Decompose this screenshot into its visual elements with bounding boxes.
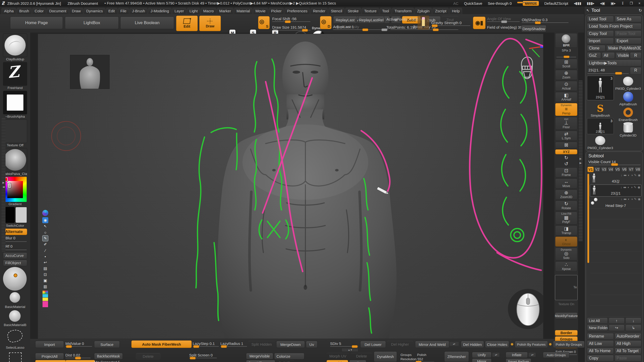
- left-tray-toggle-icon[interactable]: ◂▮▮▮: [574, 1, 581, 5]
- subtool-tab[interactable]: V4: [608, 167, 614, 172]
- polish-groups-dot[interactable]: [549, 343, 552, 346]
- menu-item[interactable]: Transform: [392, 8, 414, 14]
- r-button-2[interactable]: R: [630, 67, 641, 75]
- draw-size-slider[interactable]: Draw Size 191.5874: [272, 25, 310, 30]
- list-all-button[interactable]: List All: [587, 318, 608, 324]
- menu-item[interactable]: Dynamics: [84, 8, 105, 14]
- menu-item[interactable]: Macro: [201, 8, 216, 14]
- dist-slider[interactable]: Dist 0.02: [65, 353, 91, 358]
- inflate-button[interactable]: Inflate: [506, 352, 528, 358]
- yellow-swatch[interactable]: [43, 298, 48, 301]
- mid-value-slider[interactable]: MidValue 0: [65, 341, 92, 347]
- tool-item-selected[interactable]: 3 23강1: [587, 76, 614, 100]
- texture-on-label[interactable]: Texture On: [555, 302, 577, 306]
- tool-item[interactable]: 3 23강1: [587, 118, 614, 134]
- obj-shadow-slider[interactable]: ObjShadow 0.3: [522, 18, 569, 23]
- lightbox-tools-button[interactable]: Lightbox▶Tools: [587, 60, 641, 66]
- merge-down-button[interactable]: MergeDown: [276, 341, 305, 348]
- annotation-tool-icon[interactable]: ▥: [42, 284, 48, 290]
- lightbox-button[interactable]: LightBox: [65, 17, 119, 29]
- prev-doc-icon[interactable]: ◂▣: [600, 1, 605, 5]
- min-connected-slider[interactable]: Min Connected F: [94, 360, 120, 362]
- home-page-button[interactable]: Home Page: [10, 17, 63, 29]
- make-polymesh3d-button[interactable]: Make PolyMesh3D: [606, 45, 641, 52]
- right-tray-toggle-icon[interactable]: ▮▮▮▸: [587, 1, 594, 5]
- menu-item[interactable]: Stencil: [328, 8, 345, 14]
- subtool-item[interactable]: ↓●●◐◑✎◉: [590, 262, 641, 273]
- auto-mask-fibermesh-button[interactable]: Auto Mask FiberMesh: [131, 340, 192, 348]
- color-picker[interactable]: Gradient: [3, 177, 27, 206]
- annotation-app-icon[interactable]: [42, 210, 48, 216]
- tool-item[interactable]: PM3D_Cylinder3: [587, 135, 614, 150]
- shelf-scroll-icon[interactable]: ▲▼: [342, 348, 358, 351]
- unify-ticks-icon[interactable]: ▴▾: [493, 353, 500, 357]
- annotation-tool-icon[interactable]: ▤: [42, 265, 48, 272]
- move-down-button[interactable]: ↓: [625, 318, 641, 324]
- inflate-ticks-icon[interactable]: ▴▾: [529, 353, 536, 357]
- edit-button[interactable]: Edit: [176, 16, 198, 31]
- rename-button[interactable]: Rename: [587, 333, 614, 340]
- close-holes-button[interactable]: Close Holes: [485, 341, 509, 348]
- left-shelf-item[interactable]: AccuCurve: [3, 252, 27, 259]
- annotation-tool-icon[interactable]: ✎: [42, 235, 48, 241]
- annotation-tool-icon[interactable]: ▣: [42, 278, 48, 284]
- zremesher-button[interactable]: ZRemesher: [444, 351, 469, 362]
- tool-item[interactable]: EraserBrush: [615, 107, 642, 122]
- close-button[interactable]: ×: [638, 1, 640, 5]
- project-all-button[interactable]: ProjectAll: [35, 353, 64, 359]
- menu-item[interactable]: Movie: [253, 8, 268, 14]
- copy-tool-button[interactable]: Copy Tool: [587, 30, 614, 37]
- camera-icon[interactable]: ◉▮: [473, 17, 486, 29]
- right-shelf-item[interactable]: ↺: [555, 161, 577, 167]
- right-shelf-item[interactable]: XYZ: [555, 149, 577, 154]
- menu-item[interactable]: Light: [187, 8, 200, 14]
- clone-button[interactable]: Clone: [587, 45, 606, 52]
- right-shelf-item[interactable]: ⇄ L.Sym: [555, 131, 577, 141]
- document-canvas[interactable]: ◉↖○✎✐∕•↩▤⊡▣▥: [38, 34, 543, 339]
- right-shelf-item[interactable]: ⊞ Scroll: [555, 59, 577, 69]
- save-as-button[interactable]: Save As: [615, 16, 641, 22]
- menu-item[interactable]: Document: [47, 8, 69, 14]
- subtool-tab[interactable]: V3: [601, 167, 607, 172]
- groups-label[interactable]: Groups: [400, 353, 412, 357]
- subtool-item[interactable]: ↓●●◐◑✎◉ Head Step-7: [590, 197, 641, 208]
- left-shelf-item[interactable]: SwitchColor: [3, 207, 27, 228]
- split-screen-slider[interactable]: Split Screen 0: [189, 353, 217, 358]
- move-up-button[interactable]: ↑: [609, 318, 625, 324]
- left-shelf-item[interactable]: FabioPaiva_Clay2: [3, 148, 27, 176]
- menu-item[interactable]: Edit: [106, 8, 117, 14]
- menu-item[interactable]: Tool: [380, 8, 392, 14]
- polish-by-features-button[interactable]: Polish By Features: [515, 341, 548, 348]
- lazy-step-slider[interactable]: LazyStep 0.1: [193, 341, 219, 347]
- menu-item[interactable]: Draw: [69, 8, 83, 14]
- annotation-tool-icon[interactable]: ↩: [42, 259, 48, 265]
- paste-button[interactable]: Paste: [615, 355, 641, 361]
- menu-item[interactable]: Picker: [269, 8, 284, 14]
- pencil-icon[interactable]: [418, 16, 429, 30]
- all-to-target-button[interactable]: All To Target: [615, 348, 641, 354]
- auto-groups-button[interactable]: Auto Groups: [543, 352, 570, 358]
- subtool-item[interactable]: ↓●●◐◑✎◉: [590, 252, 641, 262]
- gravity-strength-slider[interactable]: Gravity Strength 0: [431, 21, 470, 26]
- left-shelf-item[interactable]: Alternate: [3, 229, 27, 235]
- minimize-button[interactable]: ↧: [621, 1, 624, 5]
- mirror-button[interactable]: Mirror: [472, 358, 492, 362]
- annotation-tool-icon[interactable]: ✐: [42, 241, 48, 247]
- del-higher-button[interactable]: Del Higher: [387, 341, 413, 347]
- backface-mask-button[interactable]: BackfaceMask: [94, 353, 123, 359]
- menu-item[interactable]: Zplugin: [415, 8, 432, 14]
- menu-item[interactable]: Alpha: [2, 8, 16, 14]
- right-shelf-item[interactable]: ◧ AAHalf: [555, 92, 577, 102]
- tool-item[interactable]: Cylinder3D: [615, 122, 642, 137]
- visible-count-slider[interactable]: Visible Count 14: [587, 159, 641, 166]
- adjust-last-slider[interactable]: AdjustLast 1: [333, 25, 370, 30]
- tool-slider[interactable]: 23강1. 48: [587, 67, 629, 75]
- right-shelf-item[interactable]: Dynamic ◎ Solo: [555, 248, 577, 260]
- subtool-item[interactable]: ↓●●◐◑✎◉: [590, 219, 641, 230]
- ac-toggle[interactable]: AC: [453, 1, 459, 6]
- annotation-tool-icon[interactable]: ⊡: [42, 272, 48, 278]
- angle-of-view-slider[interactable]: Angle Of View: [487, 17, 520, 22]
- left-shelf-item[interactable]: ~BrushAlpha: [3, 91, 27, 119]
- menu-item[interactable]: Brush: [17, 8, 31, 14]
- annotation-tool-icon[interactable]: ↖: [42, 223, 48, 229]
